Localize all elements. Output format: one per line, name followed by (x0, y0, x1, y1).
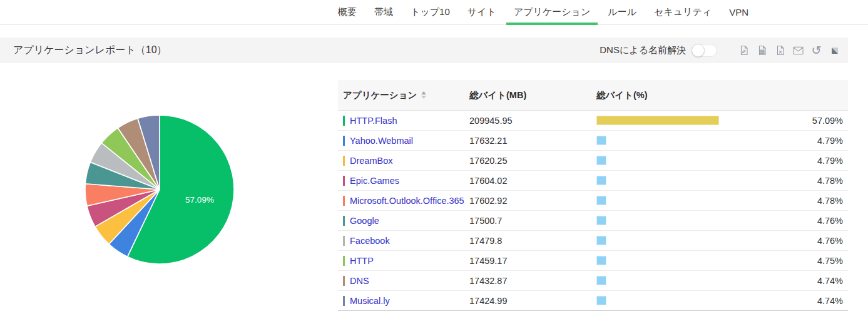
percent-bar-cell (596, 156, 812, 165)
application-cell: DNS (338, 276, 469, 286)
table-row: DNS 17432.87 4.74% (338, 271, 848, 291)
nav-tab[interactable]: アプリケーション (505, 0, 599, 24)
nav-tab[interactable]: 概要 (329, 0, 365, 24)
application-link[interactable]: Epic.Games (350, 176, 399, 186)
nav-tab[interactable]: ルール (599, 0, 645, 24)
email-icon[interactable] (793, 45, 804, 56)
report-tab-bar: 概要帯域トップ10サイトアプリケーションルールセキュリティVPN (0, 0, 868, 25)
total-bytes-mb-value: 209945.95 (469, 116, 596, 126)
expand-icon[interactable] (829, 45, 840, 56)
application-link[interactable]: Musical.ly (350, 296, 390, 306)
total-bytes-mb-value: 17620.25 (469, 156, 596, 166)
percent-bar (596, 196, 606, 205)
percent-bar-cell (596, 216, 812, 225)
nav-tab[interactable]: トップ10 (402, 0, 459, 24)
application-table: アプリケーション 総バイト(MB) 総バイト(%) HTTP.Flash 209… (338, 80, 848, 311)
table-row: Yahoo.Webmail 17632.21 4.79% (338, 131, 848, 151)
total-bytes-mb-value: 17459.17 (469, 256, 596, 266)
pie-svg (78, 108, 241, 271)
table-row: Epic.Games 17604.02 4.78% (338, 171, 848, 191)
total-bytes-percent-value: 4.79% (812, 156, 848, 166)
application-link[interactable]: DNS (350, 276, 369, 286)
application-link[interactable]: Yahoo.Webmail (350, 136, 413, 146)
page-title: アプリケーションレポート（10） (0, 44, 167, 57)
percent-bar-cell (596, 236, 812, 245)
table-row: Musical.ly 17424.99 4.74% (338, 291, 848, 311)
total-bytes-percent-value: 4.79% (812, 136, 848, 146)
nav-tab[interactable]: サイト (459, 0, 505, 24)
total-bytes-mb-value: 17500.7 (469, 216, 596, 226)
application-link[interactable]: Facebook (350, 236, 390, 246)
application-link[interactable]: Google (350, 216, 379, 226)
application-cell: Microsoft.Outlook.Office.365 (338, 196, 469, 206)
column-header-total-pct[interactable]: 総バイト(%) (596, 89, 812, 101)
application-link[interactable]: DreamBox (350, 156, 393, 166)
report-header: アプリケーションレポート（10） DNSによる名前解決 (0, 38, 848, 63)
app-color-tick (343, 136, 345, 146)
total-bytes-percent-value: 4.76% (812, 216, 848, 226)
dns-resolve-label: DNSによる名前解決 (600, 44, 686, 56)
table-row: Google 17500.7 4.76% (338, 211, 848, 231)
nav-tab[interactable]: 帯域 (365, 0, 402, 24)
table-row: Facebook 17479.8 4.76% (338, 231, 848, 251)
application-cell: HTTP (338, 256, 469, 266)
table-row: DreamBox 17620.25 4.79% (338, 151, 848, 171)
total-bytes-mb-value: 17479.8 (469, 236, 596, 246)
table-body: HTTP.Flash 209945.95 57.09% Yahoo.Webmai… (338, 111, 848, 311)
total-bytes-percent-value: 4.78% (812, 196, 848, 206)
export-icon-bar: ↺ (731, 45, 840, 56)
percent-bar (596, 176, 606, 185)
percent-bar (596, 136, 606, 145)
application-cell: Epic.Games (338, 176, 469, 186)
dns-resolve-toggle[interactable] (692, 44, 717, 57)
percent-bar-cell (596, 176, 812, 185)
header-controls: DNSによる名前解決 (600, 44, 848, 57)
percent-bar (596, 296, 606, 305)
nav-tab[interactable]: VPN (720, 0, 757, 24)
percent-bar-cell (596, 136, 812, 145)
application-cell: Facebook (338, 236, 469, 246)
total-bytes-mb-value: 17432.87 (469, 276, 596, 286)
refresh-icon[interactable]: ↺ (811, 45, 822, 56)
total-bytes-percent-value: 4.74% (812, 296, 848, 306)
total-bytes-mb-value: 17632.21 (469, 136, 596, 146)
percent-bar (596, 156, 606, 165)
application-cell: Musical.ly (338, 296, 469, 306)
percent-bar-cell (596, 116, 812, 125)
application-pie-chart: 57.09% (78, 108, 241, 271)
app-color-tick (343, 156, 345, 166)
total-bytes-percent-value: 4.75% (812, 256, 848, 266)
application-link[interactable]: HTTP.Flash (350, 116, 397, 126)
percent-bar-cell (596, 276, 812, 285)
app-color-tick (343, 236, 345, 246)
percent-bar-cell (596, 196, 812, 205)
total-bytes-percent-value: 4.78% (812, 176, 848, 186)
total-bytes-mb-value: 17424.99 (469, 296, 596, 306)
nav-tab[interactable]: セキュリティ (645, 0, 720, 24)
pdf-export-icon[interactable] (738, 45, 749, 56)
percent-bar (596, 216, 606, 225)
excel-export-icon[interactable] (775, 45, 785, 56)
pie-slice-label: 57.09% (185, 195, 214, 205)
total-bytes-percent-value: 4.74% (812, 276, 848, 286)
application-link[interactable]: Microsoft.Outlook.Office.365 (350, 196, 464, 206)
column-header-total-mb[interactable]: 総バイト(MB) (469, 89, 596, 101)
toggle-knob (692, 44, 705, 57)
app-color-tick (343, 296, 345, 306)
column-header-application[interactable]: アプリケーション (338, 89, 469, 101)
app-color-tick (343, 176, 345, 186)
app-color-tick (343, 256, 345, 266)
csv-export-icon[interactable] (757, 45, 767, 56)
percent-bar (596, 256, 606, 265)
table-row: HTTP 17459.17 4.75% (338, 251, 848, 271)
total-bytes-percent-value: 4.76% (812, 236, 848, 246)
total-bytes-mb-value: 17604.02 (469, 176, 596, 186)
table-row: HTTP.Flash 209945.95 57.09% (338, 111, 848, 131)
application-cell: Yahoo.Webmail (338, 136, 469, 146)
application-cell: Google (338, 216, 469, 226)
application-link[interactable]: HTTP (350, 256, 374, 266)
application-cell: DreamBox (338, 156, 469, 166)
total-bytes-percent-value: 57.09% (812, 116, 848, 126)
total-bytes-mb-value: 17602.92 (469, 196, 596, 206)
sort-icon[interactable] (421, 91, 426, 99)
